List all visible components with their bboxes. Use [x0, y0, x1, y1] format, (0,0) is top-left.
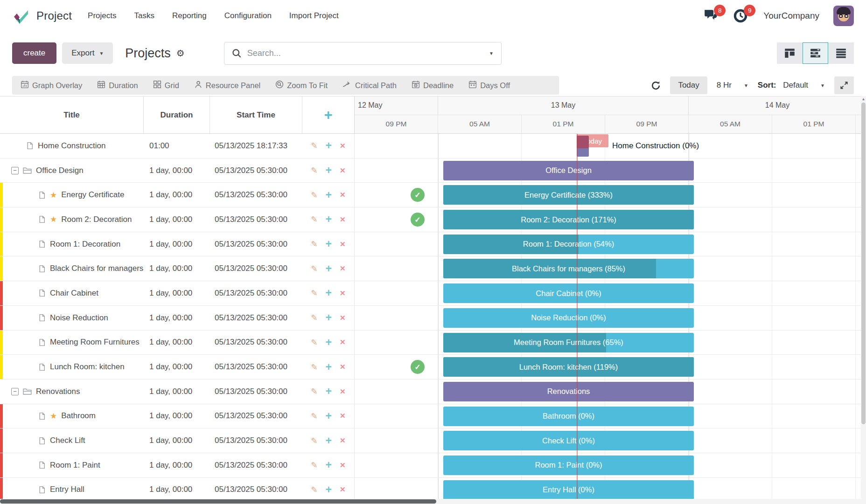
- title-cell[interactable]: Home Construction: [0, 141, 144, 151]
- star-icon[interactable]: ★: [50, 190, 57, 200]
- edit-pencil-icon[interactable]: ✎: [311, 485, 317, 495]
- toolbar-deadline-button[interactable]: Deadline: [412, 80, 454, 90]
- add-subtask-icon[interactable]: +: [326, 140, 332, 151]
- title-cell[interactable]: ★Bathroom: [0, 411, 144, 421]
- delete-x-icon[interactable]: ✕: [340, 314, 346, 322]
- horizontal-scrollbar-thumb[interactable]: [0, 499, 436, 504]
- gantt-bar[interactable]: [577, 147, 589, 157]
- horizontal-scrollbar[interactable]: [0, 499, 861, 504]
- gantt-task-bar[interactable]: Noise Reduction (0%): [443, 308, 694, 328]
- gantt-task-bar[interactable]: Room 1: Decoration (54%): [443, 235, 694, 254]
- nav-item-configuration[interactable]: Configuration: [224, 11, 272, 21]
- edit-pencil-icon[interactable]: ✎: [311, 436, 317, 446]
- gantt-group-bar[interactable]: Office Design: [443, 161, 694, 180]
- nav-item-reporting[interactable]: Reporting: [172, 11, 207, 21]
- gantt-task-bar[interactable]: Black Chairs for managers (85%): [443, 259, 694, 278]
- edit-pencil-icon[interactable]: ✎: [311, 362, 317, 372]
- gantt-task-bar[interactable]: Lunch Room: kitchen (119%): [443, 357, 694, 377]
- edit-pencil-icon[interactable]: ✎: [311, 338, 317, 347]
- delete-x-icon[interactable]: ✕: [340, 485, 346, 494]
- app-brand[interactable]: Project: [12, 7, 72, 25]
- toolbar-critical-path-button[interactable]: Critical Path: [342, 81, 397, 90]
- title-cell[interactable]: ★Room 2: Decoration: [0, 214, 144, 224]
- collapse-toggle-icon[interactable]: −: [11, 388, 19, 395]
- scroll-up-icon[interactable]: ▲: [861, 97, 866, 101]
- add-subtask-icon[interactable]: +: [326, 386, 332, 397]
- collapse-toggle-icon[interactable]: −: [11, 167, 19, 174]
- edit-pencil-icon[interactable]: ✎: [311, 190, 317, 200]
- title-cell[interactable]: Room 1: Decoration: [0, 240, 144, 249]
- nav-item-tasks[interactable]: Tasks: [134, 11, 154, 21]
- kanban-view-button[interactable]: [777, 42, 803, 64]
- add-subtask-icon[interactable]: +: [326, 337, 332, 348]
- add-subtask-icon[interactable]: +: [326, 165, 332, 176]
- add-subtask-icon[interactable]: +: [326, 288, 332, 298]
- add-subtask-icon[interactable]: +: [326, 214, 332, 225]
- company-name[interactable]: YourCompany: [763, 11, 819, 21]
- vertical-scrollbar[interactable]: ▲: [861, 96, 866, 504]
- gantt-task-bar[interactable]: Meeting Room Furnitures (65%): [443, 333, 694, 352]
- title-cell[interactable]: Meeting Room Furnitures: [0, 338, 144, 347]
- toolbar-days-off-button[interactable]: Days Off: [468, 80, 510, 90]
- export-button[interactable]: Export ▼: [62, 42, 113, 64]
- title-cell[interactable]: Check Lift: [0, 436, 144, 445]
- edit-pencil-icon[interactable]: ✎: [311, 166, 317, 175]
- toolbar-grid-button[interactable]: Grid: [153, 80, 179, 90]
- edit-pencil-icon[interactable]: ✎: [311, 387, 317, 396]
- edit-pencil-icon[interactable]: ✎: [311, 460, 317, 470]
- toolbar-graph-overlay-button[interactable]: Graph Overlay: [21, 80, 82, 90]
- sort-select[interactable]: Sort: Default ▼: [758, 81, 825, 90]
- edit-pencil-icon[interactable]: ✎: [311, 313, 317, 323]
- column-header-start-time[interactable]: Start Time: [210, 97, 302, 133]
- delete-x-icon[interactable]: ✕: [340, 240, 346, 249]
- scale-select[interactable]: 8 Hr ▼: [717, 81, 748, 90]
- column-header-duration[interactable]: Duration: [144, 97, 210, 133]
- title-cell[interactable]: ★Energy Certificate: [0, 190, 144, 200]
- delete-x-icon[interactable]: ✕: [340, 387, 346, 396]
- add-subtask-icon[interactable]: +: [326, 484, 332, 495]
- delete-x-icon[interactable]: ✕: [340, 289, 346, 297]
- add-subtask-icon[interactable]: +: [326, 411, 332, 421]
- delete-x-icon[interactable]: ✕: [340, 338, 346, 346]
- title-cell[interactable]: −Renovations: [0, 387, 144, 396]
- gantt-task-bar[interactable]: Bathroom (0%): [443, 407, 694, 426]
- delete-x-icon[interactable]: ✕: [340, 191, 346, 199]
- delete-x-icon[interactable]: ✕: [340, 461, 346, 469]
- edit-pencil-icon[interactable]: ✎: [311, 411, 317, 421]
- add-subtask-icon[interactable]: +: [326, 263, 332, 274]
- activities-button[interactable]: 9: [733, 9, 749, 23]
- nav-item-projects[interactable]: Projects: [88, 11, 116, 21]
- today-button[interactable]: Today: [670, 76, 707, 94]
- toolbar-zoom-to-fit-button[interactable]: Zoom To Fit: [275, 80, 328, 90]
- toolbar-resource-panel-button[interactable]: Resource Panel: [194, 80, 260, 90]
- edit-pencil-icon[interactable]: ✎: [311, 239, 317, 249]
- edit-pencil-icon[interactable]: ✎: [311, 264, 317, 274]
- title-cell[interactable]: Chair Cabinet: [0, 289, 144, 298]
- vertical-scrollbar-thumb[interactable]: [861, 103, 866, 424]
- delete-x-icon[interactable]: ✕: [340, 142, 346, 150]
- edit-pencil-icon[interactable]: ✎: [311, 288, 317, 298]
- add-subtask-icon[interactable]: +: [326, 460, 332, 470]
- add-subtask-icon[interactable]: +: [326, 362, 332, 373]
- search-input[interactable]: [247, 48, 483, 58]
- gantt-task-bar[interactable]: Entry Hall (0%): [443, 480, 694, 500]
- list-view-button[interactable]: [828, 42, 854, 64]
- star-icon[interactable]: ★: [50, 411, 57, 421]
- title-cell[interactable]: Noise Reduction: [0, 313, 144, 323]
- user-avatar[interactable]: [833, 6, 854, 26]
- title-cell[interactable]: Lunch Room: kitchen: [0, 362, 144, 372]
- toolbar-duration-button[interactable]: Duration: [97, 80, 138, 90]
- delete-x-icon[interactable]: ✕: [340, 166, 346, 175]
- gantt-task-bar[interactable]: Room 1: Paint (0%): [443, 456, 694, 475]
- messages-button[interactable]: 8: [704, 9, 719, 23]
- title-cell[interactable]: −Office Design: [0, 166, 144, 175]
- search-filter-caret-icon[interactable]: ▼: [489, 51, 494, 56]
- gantt-task-bar[interactable]: Check Lift (0%): [443, 431, 694, 450]
- add-subtask-icon[interactable]: +: [326, 312, 332, 323]
- star-icon[interactable]: ★: [50, 214, 57, 224]
- gantt-task-bar[interactable]: Energy Certificate (333%): [443, 185, 694, 205]
- delete-x-icon[interactable]: ✕: [340, 436, 346, 445]
- gantt-task-bar[interactable]: Chair Cabinet (0%): [443, 283, 694, 303]
- delete-x-icon[interactable]: ✕: [340, 215, 346, 224]
- delete-x-icon[interactable]: ✕: [340, 363, 346, 371]
